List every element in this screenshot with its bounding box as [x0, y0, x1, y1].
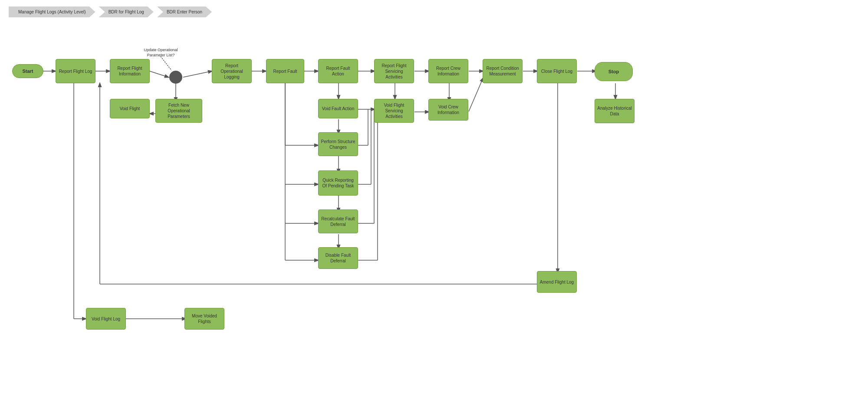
crumb-bdr-flight-log[interactable]: BDR for Flight Log — [99, 7, 154, 17]
recalculate-fault-box[interactable]: Recalculate Fault Deferral — [318, 209, 358, 233]
decision-node — [169, 71, 182, 84]
perform-structure-box[interactable]: Perform Structure Changes — [318, 132, 358, 156]
report-flight-log-box[interactable]: Report Flight Log — [56, 59, 95, 83]
analyze-historical-box[interactable]: Analyze Historical Data — [595, 99, 635, 123]
close-flight-log-box[interactable]: Close Flight Log — [537, 59, 577, 83]
decision-label: Update Operational Parameter List? — [142, 48, 179, 58]
svg-line-44 — [161, 56, 171, 70]
quick-reporting-box[interactable]: Quick Reporting Of Pending Task — [318, 170, 358, 196]
report-flight-serv-box[interactable]: Report Flight Servicing Activities — [374, 59, 414, 83]
svg-line-23 — [469, 78, 483, 111]
report-flight-info-box[interactable]: Report Flight Information — [110, 59, 150, 83]
report-fault-action-box[interactable]: Report Fault Action — [318, 59, 358, 83]
report-fault-box[interactable]: Report Fault — [266, 59, 304, 83]
move-voided-box[interactable]: Move Voided Flights — [184, 308, 224, 330]
void-flight-serv-box[interactable]: Void Flight Servicing Activities — [374, 99, 414, 123]
crumb-manage-flight-logs[interactable]: Manage Flight Logs (Activity Level) — [9, 7, 95, 17]
void-flight-log-box[interactable]: Void Flight Log — [86, 308, 126, 330]
svg-line-2 — [150, 71, 168, 77]
disable-fault-box[interactable]: Disable Fault Deferral — [318, 247, 358, 269]
start-node: Start — [12, 64, 43, 78]
fetch-new-op-box[interactable]: Fetch New Operational Parameters — [155, 99, 202, 123]
void-flight-box[interactable]: Void Flight — [110, 99, 150, 118]
void-fault-action-box[interactable]: Void Fault Action — [318, 99, 358, 118]
stop-node: Stop — [595, 62, 633, 81]
amend-flight-log-box[interactable]: Amend Flight Log — [537, 271, 577, 293]
breadcrumb-area: Manage Flight Logs (Activity Level) BDR … — [9, 7, 212, 17]
crumb-bdr-enter-person[interactable]: BDR Enter Person — [157, 7, 212, 17]
report-crew-box[interactable]: Report Crew Information — [428, 59, 468, 83]
diagram-container: Manage Flight Logs (Activity Level) BDR … — [0, 0, 868, 412]
report-op-logging-box[interactable]: Report Operational Logging — [212, 59, 252, 83]
svg-line-3 — [183, 71, 212, 77]
report-condition-box[interactable]: Report Condition Measurement — [483, 59, 523, 83]
void-crew-box[interactable]: Void Crew Information — [428, 99, 468, 121]
